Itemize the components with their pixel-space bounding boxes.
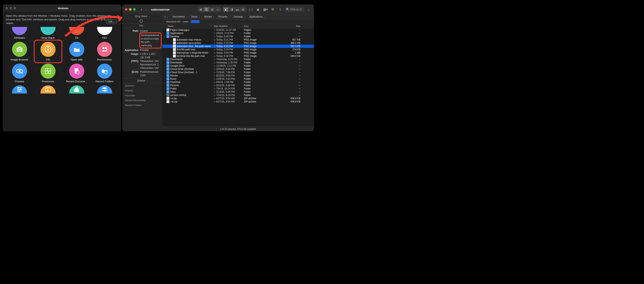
table-row[interactable]: ›Public⊙7/9/19, 10:24 PMFolder-- <box>162 87 314 90</box>
sidebar-group-favorites[interactable]: Favorites <box>122 93 162 98</box>
sidebar-group-recent-documents[interactable]: Recent Documents <box>122 98 162 103</box>
table-row[interactable]: automator-shor...file-path-name⊙Today, 5… <box>162 45 314 48</box>
breadcrumb-users[interactable]: Users <box>182 20 188 23</box>
module-item-image-browser[interactable]: Image Browser <box>7 42 32 61</box>
module-item-processes[interactable]: Processes <box>34 64 62 83</box>
table-row[interactable]: leanmymac-x-large-file-finder⊙Today, 5:4… <box>162 51 314 54</box>
table-row[interactable]: Pagico Data.pgco⊙5/30/20, 11:27 AMPagico… <box>162 28 314 32</box>
close-icon[interactable] <box>125 8 128 11</box>
disclosure-icon[interactable]: › <box>164 78 166 80</box>
disclosure-icon[interactable]: › <box>164 71 166 73</box>
module-item-[interactable] <box>34 85 62 94</box>
table-row[interactable]: ›iCloud Drive (Archive)⊙3/25/20, 5:04 PM… <box>162 68 314 71</box>
module-item-drop-stack[interactable]: Drop Stack <box>34 27 62 39</box>
preview-toggle-button[interactable]: ❘❘ <box>248 7 254 12</box>
share-button[interactable]: ⇪ <box>277 7 283 12</box>
close-icon[interactable] <box>6 7 8 9</box>
disclosure-icon[interactable]: › <box>164 81 166 83</box>
table-row[interactable]: ›Movies⊙9/22/20, 6:00 PMFolder-- <box>162 74 314 77</box>
info-header[interactable]: Info⌄ <box>122 24 162 28</box>
module-item-[interactable] <box>7 85 32 94</box>
group-button[interactable]: ▦▾ <box>262 7 268 12</box>
nav-forward-button[interactable]: › <box>144 7 148 12</box>
arrange-d-button[interactable]: ▤ <box>240 7 246 12</box>
module-item-recent-docume-[interactable]: Recent Docume... <box>64 64 89 83</box>
dropdown-icon[interactable]: ⌄ <box>306 7 311 12</box>
home-icon[interactable]: ⌂ ⌄ <box>164 15 168 18</box>
nav-back-button[interactable]: ‹ <box>139 7 144 12</box>
file-list[interactable]: Pagico Data.pgco⊙5/30/20, 11:27 AMPagico… <box>162 28 314 127</box>
col-name-header[interactable]: Name⌃ <box>162 25 214 28</box>
disclosure-icon[interactable]: › <box>164 65 166 67</box>
module-item-[interactable]: KB <box>64 85 89 94</box>
module-item-recent-folders[interactable]: Recent Folders <box>92 64 117 83</box>
minimize-icon[interactable] <box>129 8 132 11</box>
table-row[interactable]: ⌄Desktop⊙Today, 5:49 PMFolder-- <box>162 35 314 38</box>
arrange-b-button[interactable]: ◨ <box>229 7 234 12</box>
disclosure-icon[interactable]: › <box>164 68 166 70</box>
table-row[interactable]: ›Documents⊙Yesterday, 6:25 PMFolder-- <box>162 58 314 61</box>
zoom-icon[interactable] <box>133 8 136 11</box>
search-input[interactable]: 🔍 Filter by N <box>284 7 304 12</box>
table-row[interactable]: automator-mac-macos⊙Today, 5:31 PMPNG im… <box>162 38 314 41</box>
icon-view-button[interactable]: ▦ <box>198 7 204 12</box>
table-row[interactable]: ›OneDrive⊙8/9/20, 1:59 PMFolder-- <box>162 81 314 84</box>
disclosure-icon[interactable]: › <box>164 88 166 90</box>
traffic-lights[interactable] <box>125 8 136 11</box>
table-row[interactable]: ›Sites⊙3/14/16, 5:46 PMFolder-- <box>162 90 314 94</box>
column-view-button[interactable]: ▥ <box>209 7 215 12</box>
disclosure-icon[interactable]: › <box>164 94 166 96</box>
table-row[interactable]: ›Pictures⊙9/22/20, 4:00 PMFolder-- <box>162 84 314 87</box>
module-item-[interactable] <box>92 85 117 94</box>
location-documents[interactable]: Documents ⌄ <box>172 15 187 18</box>
disclosure-icon[interactable]: ⌄ <box>164 36 166 38</box>
module-item-open-with[interactable]: Open with <box>64 42 89 61</box>
table-row[interactable]: ~e.zip⊙6/27/20, 9:54 AMZIP archive436.8 … <box>162 97 314 100</box>
table-row[interactable]: ›Applications⊙2/5/20, 3:13 PMFolder-- <box>162 32 314 35</box>
table-row[interactable]: find-file-path-mac⊙Today, 5:28 PMPNG ima… <box>162 48 314 51</box>
sidebar-section-header[interactable]: Sidebar⌄ <box>122 78 162 83</box>
drop-target[interactable]: ⌄ <box>122 19 162 24</box>
table-row[interactable]: ›Music⊙10/8/19, 3:33 PMFolder-- <box>162 77 314 81</box>
arrange-a-button[interactable]: ◧ <box>223 7 229 12</box>
disclosure-icon[interactable]: › <box>164 62 166 64</box>
location-music[interactable]: Music ⌄ <box>191 15 200 18</box>
arrange-c-button[interactable]: ▬ <box>234 7 240 12</box>
disclosure-icon[interactable]: › <box>164 75 166 77</box>
module-item-git[interactable]: Git <box>64 27 89 39</box>
disclosure-icon[interactable]: › <box>164 32 166 34</box>
disclosure-icon[interactable]: › <box>164 58 166 60</box>
table-row[interactable]: ~er.zip⊙6/27/20, 9:54 AMZIP archive436.8… <box>162 100 314 103</box>
sidebar-group-recent-folders[interactable]: Recent Folders <box>122 103 162 108</box>
table-row[interactable]: automator-save-action⊙Today, 5:33 PMPNG … <box>162 41 314 45</box>
location-pictures[interactable]: Pictures ⌄ <box>218 15 230 18</box>
table-row[interactable]: ›iCloud Drive (Archive) - 1⊙7/15/20, 7:0… <box>162 71 314 74</box>
sidebar-group-shared[interactable]: Shared <box>122 88 162 93</box>
table-row[interactable]: terminal-find-file-path-mac⊙Today, 5:28 … <box>162 54 314 58</box>
quicklook-button[interactable]: ◉ <box>255 7 261 12</box>
disclosure-icon[interactable]: › <box>164 84 166 86</box>
col-kind-header[interactable]: Kind <box>244 25 282 27</box>
table-row[interactable]: ›version-control⊙7/30/15, 6:28 PMFolder-… <box>162 94 314 97</box>
list-view-button[interactable]: ☰ <box>204 7 209 12</box>
module-item-hex[interactable]: Hex <box>92 27 117 39</box>
get-button[interactable]: Get ... <box>106 19 117 24</box>
col-size-header[interactable]: Size <box>282 25 305 27</box>
module-item-attributes[interactable]: Attributes <box>7 27 32 39</box>
location-movies[interactable]: Movies ⌄ <box>204 15 214 18</box>
breadcrumb-macintosh-hd[interactable]: Macintosh HD <box>166 20 180 23</box>
location-applications[interactable]: Applications ⌄ <box>249 15 265 18</box>
location-desktop[interactable]: Desktop ⌄ <box>234 15 245 18</box>
action-button[interactable]: ⚒ <box>270 7 276 12</box>
col-date-header[interactable]: Date Modified <box>214 25 244 27</box>
drop-stack-header[interactable]: Drop Stack⌄ <box>122 14 162 19</box>
modules-titlebar[interactable]: Modules <box>3 5 121 12</box>
table-row[interactable]: ›Downloads⊙Yesterday, 1:30 PMFolder-- <box>162 61 314 64</box>
breadcrumb-user[interactable] <box>191 20 200 23</box>
gallery-view-button[interactable]: ▭ <box>215 7 221 12</box>
disclosure-icon[interactable]: › <box>164 91 166 93</box>
module-item-preview[interactable]: Preview <box>7 64 32 83</box>
module-item-info[interactable]: Info <box>34 40 62 63</box>
table-row[interactable]: ›Google Drive⊙12/26/20, 2:13 PMFolder-- <box>162 64 314 68</box>
module-item-permissions[interactable]: Permissions <box>92 42 117 61</box>
